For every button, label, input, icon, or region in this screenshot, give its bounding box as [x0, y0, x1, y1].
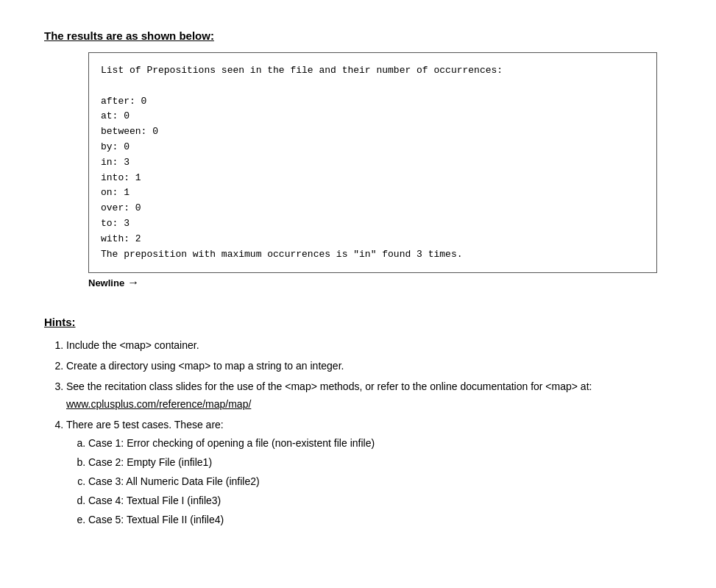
output-line5: by: 0 — [101, 140, 645, 155]
hint-item-4: There are 5 test cases. These are: Case … — [66, 417, 672, 529]
output-line6: in: 3 — [101, 155, 645, 171]
newline-text: Newline — [88, 277, 124, 288]
results-heading: The results are as shown below: — [44, 29, 672, 42]
hint-item-2: Create a directory using <map> to map a … — [66, 358, 672, 375]
map-link[interactable]: www.cplusplus.com/reference/map/map/ — [66, 398, 251, 410]
test-case-b: Case 2: Empty File (infile1) — [88, 454, 672, 472]
output-line2: after: 0 — [101, 94, 645, 110]
hints-section: Hints: Include the <map> container. Crea… — [44, 316, 672, 528]
output-line4: between: 0 — [101, 124, 645, 140]
output-box: List of Prepositions seen in the file an… — [88, 52, 657, 273]
hints-heading: Hints: — [44, 316, 672, 328]
output-line8: on: 1 — [101, 185, 645, 201]
hint-item-3: See the recitation class slides for the … — [66, 378, 672, 414]
test-case-d: Case 4: Textual File I (infile3) — [88, 492, 672, 510]
test-case-c: Case 3: All Numeric Data File (infile2) — [88, 473, 672, 491]
output-line12: The preposition with maximum occurrences… — [101, 247, 645, 263]
hints-list: Include the <map> container. Create a di… — [66, 337, 672, 528]
newline-label-row: Newline → — [88, 276, 672, 289]
output-line7: into: 1 — [101, 171, 645, 186]
output-line11: with: 2 — [101, 232, 645, 247]
test-case-a: Case 1: Error checking of opening a file… — [88, 435, 672, 453]
output-line9: over: 0 — [101, 201, 645, 216]
output-line3: at: 0 — [101, 109, 645, 124]
newline-label: Newline → — [88, 276, 139, 289]
output-line1: List of Prepositions seen in the file an… — [101, 63, 645, 79]
arrow-right-icon: → — [127, 276, 139, 289]
test-cases-list: Case 1: Error checking of opening a file… — [88, 435, 672, 528]
output-line10: to: 3 — [101, 216, 645, 232]
test-case-e: Case 5: Textual File II (infile4) — [88, 511, 672, 529]
hint-item-1: Include the <map> container. — [66, 337, 672, 355]
